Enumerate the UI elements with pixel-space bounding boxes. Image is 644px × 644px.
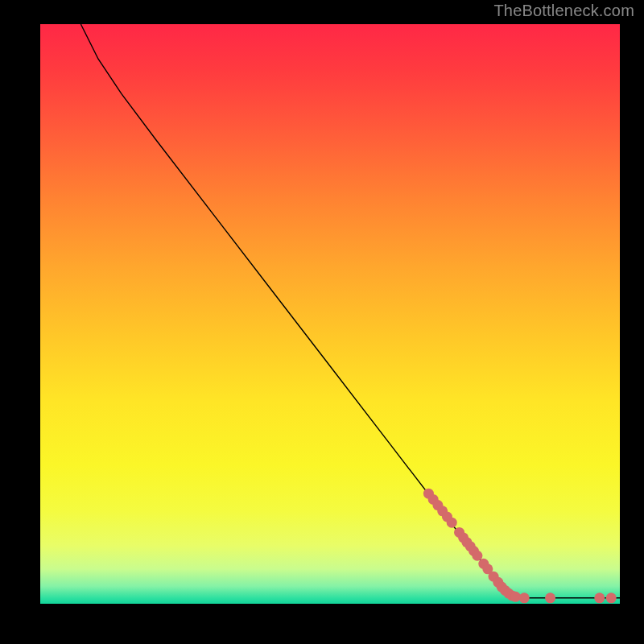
chart-marker (594, 592, 605, 603)
chart-marker-group (423, 489, 617, 604)
chart-marker (447, 518, 457, 528)
chart-marker (519, 592, 530, 603)
chart-overlay-svg (40, 24, 620, 604)
watermark-text: TheBottleneck.com (493, 2, 634, 20)
chart-plot-area (40, 24, 620, 604)
chart-marker (606, 592, 617, 603)
chart-curve (80, 24, 620, 598)
chart-marker (545, 592, 555, 603)
